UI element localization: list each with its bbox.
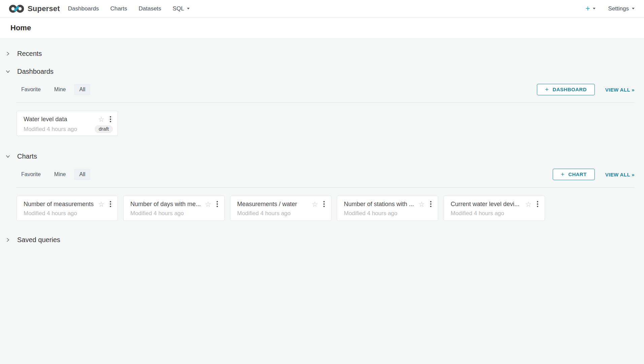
favorite-star-icon[interactable]: ☆	[312, 201, 318, 208]
caret-down-icon	[593, 8, 595, 9]
favorite-star-icon[interactable]: ☆	[98, 116, 104, 123]
page-header: Home	[0, 18, 644, 38]
view-all-charts-link[interactable]: VIEW ALL »	[605, 172, 635, 177]
new-chart-label: CHART	[568, 171, 587, 177]
nav-item-label: SQL	[173, 5, 184, 12]
favorite-star-icon[interactable]: ☆	[98, 201, 104, 208]
chart-card-title[interactable]: Number of measurements	[24, 201, 95, 208]
chart-card-title[interactable]: Measurements / water	[237, 201, 309, 208]
navbar-right: + Settings	[585, 5, 635, 12]
new-dashboard-label: DASHBOARD	[553, 87, 587, 92]
charts-actions: + CHART VIEW ALL »	[553, 169, 635, 180]
divider	[16, 102, 635, 103]
plus-icon: +	[585, 5, 590, 12]
kebab-menu-icon[interactable]	[322, 200, 326, 208]
chart-card[interactable]: Number of days with me... ☆ Modified 4 h…	[123, 196, 225, 221]
superset-infinity-icon	[9, 4, 25, 14]
charts-cards-row: Number of measurements ☆ Modified 4 hour…	[17, 196, 635, 231]
card-sub-row: Modified 4 hours ago	[451, 210, 539, 217]
section-label: Dashboards	[17, 68, 54, 75]
superset-logo[interactable]: Superset	[9, 4, 60, 14]
tab-all[interactable]: All	[74, 84, 90, 95]
card-modified-text: Modified 4 hours ago	[24, 210, 112, 217]
tab-all[interactable]: All	[74, 169, 90, 180]
card-sub-row: Modified 4 hours ago	[344, 210, 432, 217]
chart-card-title[interactable]: Number of days with me...	[130, 201, 202, 208]
favorite-star-icon[interactable]: ☆	[418, 201, 425, 208]
kebab-menu-icon[interactable]	[429, 200, 432, 208]
chevron-down-icon	[5, 69, 10, 74]
top-navbar: Superset Dashboards Charts Datasets SQL …	[0, 0, 644, 18]
chart-card[interactable]: Current water level devi... ☆ Modified 4…	[444, 196, 545, 221]
plus-icon: +	[545, 87, 549, 92]
card-title-row: Number of measurements ☆	[24, 200, 112, 208]
favorite-star-icon[interactable]: ☆	[205, 201, 211, 208]
page-title: Home	[10, 24, 31, 32]
nav-item-label: Charts	[110, 5, 127, 12]
home-content: Recents Dashboards Favorite Mine All + D…	[0, 38, 644, 249]
section-dashboards: Dashboards Favorite Mine All + DASHBOARD…	[5, 63, 635, 147]
section-label: Charts	[17, 153, 37, 160]
chart-card-title[interactable]: Number of stations with ...	[344, 201, 416, 208]
brand-name: Superset	[28, 4, 60, 13]
chart-card-title[interactable]: Current water level devi...	[451, 201, 522, 208]
kebab-menu-icon[interactable]	[216, 200, 219, 208]
kebab-menu-icon[interactable]	[109, 115, 112, 123]
chevron-down-icon	[5, 154, 10, 159]
card-sub-row: Modified 4 hours ago draft	[24, 125, 112, 133]
chart-card[interactable]: Measurements / water ☆ Modified 4 hours …	[230, 196, 331, 221]
settings-label: Settings	[608, 5, 629, 12]
section-header-recents[interactable]: Recents	[5, 45, 635, 63]
chart-card[interactable]: Number of stations with ... ☆ Modified 4…	[337, 196, 438, 221]
section-header-dashboards[interactable]: Dashboards	[5, 63, 635, 80]
dashboard-card-title[interactable]: Water level data	[24, 116, 95, 123]
card-modified-text: Modified 4 hours ago	[237, 210, 326, 217]
draft-status-badge: draft	[95, 125, 113, 133]
section-label: Recents	[17, 50, 42, 58]
plus-icon: +	[561, 171, 565, 177]
favorite-star-icon[interactable]: ☆	[525, 201, 532, 208]
dashboards-cards-row: Water level data ☆ Modified 4 hours ago …	[17, 111, 635, 147]
nav-item-charts[interactable]: Charts	[104, 0, 133, 17]
section-header-charts[interactable]: Charts	[5, 147, 635, 165]
section-header-saved-queries[interactable]: Saved queries	[5, 231, 635, 249]
dashboard-card[interactable]: Water level data ☆ Modified 4 hours ago …	[17, 111, 118, 136]
nav-item-label: Datasets	[139, 5, 161, 12]
new-item-menu-button[interactable]: +	[585, 5, 595, 12]
card-title-row: Number of days with me... ☆	[130, 200, 219, 208]
section-charts: Charts Favorite Mine All + CHART VIEW AL…	[5, 147, 635, 231]
chevron-right-icon	[5, 237, 10, 242]
nav-item-datasets[interactable]: Datasets	[133, 0, 167, 17]
tab-favorite[interactable]: Favorite	[16, 169, 46, 180]
caret-down-icon	[632, 8, 635, 9]
dashboards-controls-row: Favorite Mine All + DASHBOARD VIEW ALL »	[16, 84, 635, 95]
card-sub-row: Modified 4 hours ago	[130, 210, 219, 217]
nav-item-dashboards[interactable]: Dashboards	[62, 0, 105, 17]
new-dashboard-button[interactable]: + DASHBOARD	[537, 84, 595, 95]
tab-favorite[interactable]: Favorite	[16, 84, 46, 95]
card-title-row: Water level data ☆	[24, 115, 112, 123]
card-title-row: Current water level devi... ☆	[451, 200, 539, 208]
kebab-menu-icon[interactable]	[536, 200, 539, 208]
new-chart-button[interactable]: + CHART	[553, 169, 595, 180]
nav-item-sql[interactable]: SQL	[167, 0, 195, 17]
charts-controls-row: Favorite Mine All + CHART VIEW ALL »	[16, 169, 635, 180]
chevron-right-icon	[5, 51, 10, 56]
card-sub-row: Modified 4 hours ago	[24, 210, 112, 217]
tab-mine[interactable]: Mine	[49, 84, 71, 95]
card-modified-text: Modified 4 hours ago	[344, 210, 432, 217]
nav-links: Dashboards Charts Datasets SQL	[62, 0, 195, 17]
tab-mine[interactable]: Mine	[49, 169, 71, 180]
view-all-dashboards-link[interactable]: VIEW ALL »	[605, 87, 635, 93]
dashboards-actions: + DASHBOARD VIEW ALL »	[537, 84, 635, 95]
section-label: Saved queries	[17, 236, 60, 244]
chart-card[interactable]: Number of measurements ☆ Modified 4 hour…	[17, 196, 118, 221]
card-modified-text: Modified 4 hours ago	[24, 126, 95, 133]
card-modified-text: Modified 4 hours ago	[130, 210, 219, 217]
settings-menu-button[interactable]: Settings	[608, 5, 635, 12]
card-modified-text: Modified 4 hours ago	[451, 210, 539, 217]
kebab-menu-icon[interactable]	[109, 200, 112, 208]
divider	[16, 187, 635, 188]
card-title-row: Number of stations with ... ☆	[344, 200, 432, 208]
nav-item-label: Dashboards	[68, 5, 99, 12]
